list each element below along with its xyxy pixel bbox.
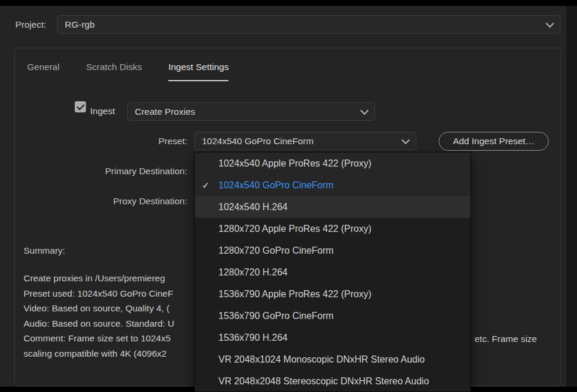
tab-scratch-disks[interactable]: Scratch Disks	[86, 61, 142, 81]
summary-line: Comment: Frame size set to 1024x5	[24, 331, 200, 346]
menu-item[interactable]: VR 2048x2048 Stereoscopic DNxHR Stereo A…	[195, 370, 470, 392]
checkmark-icon	[77, 102, 84, 110]
summary-line: Create proxies in /Users/premiereg	[24, 271, 200, 286]
preset-dropdown-menu: 1024x540 Apple ProRes 422 (Proxy) ✓ 1024…	[194, 152, 471, 392]
preset-select[interactable]: 1024x540 GoPro CineForm	[194, 132, 416, 150]
summary-line: Preset used: 1024x540 GoPro CineF	[24, 286, 200, 301]
chevron-down-icon	[360, 106, 369, 114]
right-window-edge	[566, 6, 577, 387]
summary-line: scaling compatible with 4K (4096x2	[24, 346, 200, 361]
chevron-down-icon	[546, 19, 554, 27]
project-select[interactable]: RG-rgb	[57, 15, 561, 34]
checkmark-icon: ✓	[202, 180, 210, 191]
summary-overflow-fragment: etc. Frame size	[475, 333, 537, 344]
tab-ingest-settings[interactable]: Ingest Settings	[168, 61, 229, 81]
preset-label: Preset:	[35, 135, 187, 147]
menu-item[interactable]: 1024x540 H.264	[195, 196, 470, 218]
menu-item[interactable]: ✓ 1024x540 GoPro CineForm	[195, 174, 470, 196]
ingest-mode-value: Create Proxies	[135, 107, 195, 117]
summary-line: Video: Based on source, Quality 4, (	[24, 301, 200, 316]
project-select-value: RG-rgb	[65, 19, 95, 30]
chevron-down-icon	[402, 135, 410, 144]
top-window-edge	[0, 0, 577, 6]
menu-item[interactable]: VR 2048x1024 Monoscopic DNxHR Stereo Aud…	[195, 348, 470, 370]
summary-label: Summary:	[24, 245, 65, 256]
ingest-mode-select[interactable]: Create Proxies	[127, 102, 375, 121]
menu-item[interactable]: 1536x790 Apple ProRes 422 (Proxy)	[195, 283, 470, 305]
project-label: Project:	[15, 19, 47, 30]
tab-general[interactable]: General	[27, 61, 59, 81]
primary-destination-label: Primary Destination:	[35, 165, 187, 177]
add-ingest-preset-button[interactable]: Add Ingest Preset…	[439, 132, 549, 151]
proxy-destination-label: Proxy Destination:	[35, 195, 187, 207]
menu-item[interactable]: 1536x790 GoPro CineForm	[195, 305, 470, 327]
summary-line: Audio: Based on source. Standard: U	[24, 316, 200, 331]
ingest-label: Ingest	[90, 107, 115, 116]
tab-bar: General Scratch Disks Ingest Settings	[27, 61, 228, 81]
menu-item[interactable]: 1536x790 H.264	[195, 327, 470, 348]
preset-select-value: 1024x540 GoPro CineForm	[202, 136, 314, 147]
summary-text: Create proxies in /Users/premiereg Prese…	[24, 271, 200, 361]
menu-item[interactable]: 1280x720 Apple ProRes 422 (Proxy)	[195, 218, 470, 240]
ingest-checkbox[interactable]	[75, 101, 86, 112]
menu-item[interactable]: 1280x720 GoPro CineForm	[195, 240, 470, 261]
menu-item[interactable]: 1280x720 H.264	[195, 261, 470, 283]
menu-item[interactable]: 1024x540 Apple ProRes 422 (Proxy)	[195, 152, 470, 174]
